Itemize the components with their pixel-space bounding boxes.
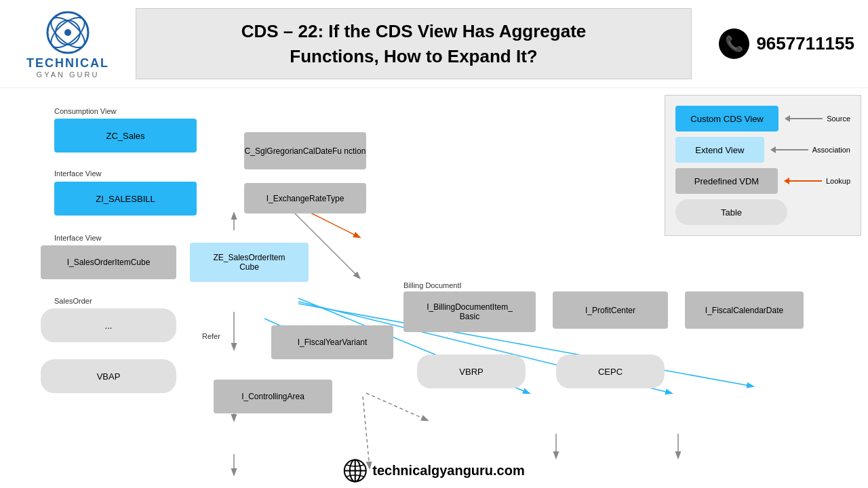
main-content: Consumption View ZC_Sales Interface View… [0,88,868,488]
phone-area: 📞 9657711155 [705,28,854,59]
globe-icon [343,459,367,483]
node-ze-salesorderitemcube: ZE_SalesOrderItem Cube [190,243,309,282]
node-dots: ... [41,308,176,342]
diagram-area: Consumption View ZC_Sales Interface View… [0,88,868,488]
node-i-fiscalyearvariant: I_FiscalYearVariant [271,325,393,359]
legend-assoc-line: Association [771,146,850,154]
label-interface-view2: Interface View [54,234,102,242]
legend-predefined-vdm-box: Predefined VDM [675,168,778,194]
footer: technicalgyanguru.com [343,459,525,483]
label-consumption-view: Consumption View [54,107,117,115]
svg-line-17 [366,393,427,420]
node-i-salesorderitemcube: I_SalesOrderItemCube [41,245,176,279]
legend-item-custom-cds: Custom CDS View Source [675,106,850,131]
logo-icon [41,9,95,56]
node-vbap: VBAP [41,359,176,393]
label-billing-document: Billing DocumentI [403,281,462,289]
logo-subtext: GYAN GURU [37,70,100,79]
svg-line-18 [363,396,370,468]
phone-number: 9657711155 [756,33,854,54]
node-zc-sales: ZC_Sales [54,119,197,152]
label-interface-view1: Interface View [54,169,102,178]
node-c-sgl: C_SglGregorianCalDateFu nction [244,132,366,169]
svg-text:📞: 📞 [725,35,744,53]
legend-item-extend-view: Extend View Association [675,137,850,163]
legend-item-table: Table [675,199,850,225]
node-cepc: CEPC [556,354,665,388]
title-box: CDS – 22: If the CDS View Has Aggregate … [136,8,692,79]
legend-table-box: Table [675,199,787,225]
legend-custom-cds-box: Custom CDS View [675,106,778,131]
phone-icon: 📞 [719,28,749,59]
node-zi-salesbill: ZI_SALESBILL [54,182,197,216]
header: TECHNICAL GYAN GURU CDS – 22: If the CDS… [0,0,868,88]
label-refer: Refer [202,332,220,340]
label-salesorder: SalesOrder [54,297,92,305]
logo-text: TECHNICAL [26,56,109,70]
page-title: CDS – 22: If the CDS View Has Aggregate … [157,19,671,68]
node-i-exchangeratetype: I_ExchangeRateType [244,183,366,214]
node-i-controllingarea: I_ControllingArea [214,380,332,413]
legend-extend-view-box: Extend View [675,137,764,163]
node-i-fiscalcalendardate: I_FiscalCalendarDate [685,291,804,329]
legend-item-predefined-vdm: Predefined VDM Lookup [675,168,850,194]
node-i-billingdocumentitem: I_BillingDocumentItem_ Basic [403,291,536,332]
logo-area: TECHNICAL GYAN GURU [14,9,122,79]
legend-lookup-line: Lookup [785,177,850,185]
website-text: technicalgyanguru.com [372,463,525,479]
node-vbrp: VBRP [417,354,526,388]
svg-point-4 [64,29,71,36]
legend-box: Custom CDS View Source Extend View [665,95,861,236]
node-i-profitcenter: I_ProfitCenter [553,291,668,329]
legend-source-line: Source [785,115,850,123]
